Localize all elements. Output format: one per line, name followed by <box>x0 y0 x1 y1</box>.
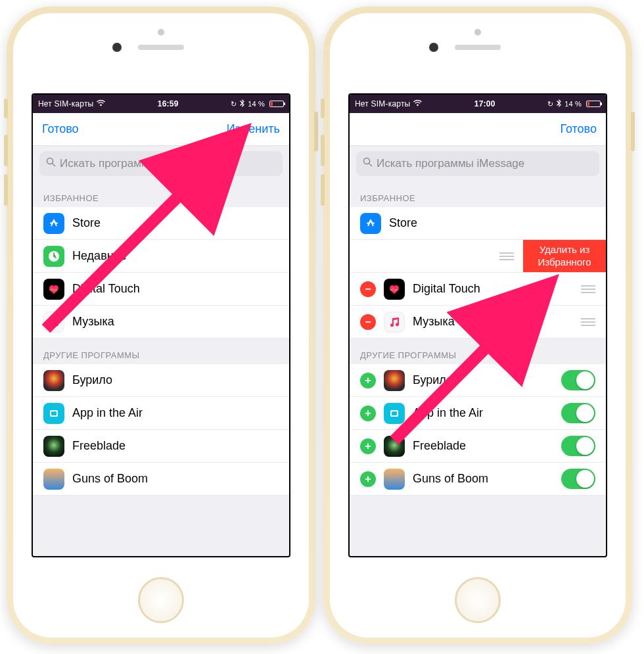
nav-edit-button[interactable]: Изменить <box>227 122 280 136</box>
fav-row-recent[interactable]: Недавние <box>33 240 289 273</box>
heart-icon <box>43 279 64 300</box>
status-bar: Нет SIM-карты 17:00 ↻ 14 % <box>350 95 606 113</box>
row-label: Guns of Boom <box>413 472 553 486</box>
phone-left: Нет SIM-карты 16:59 ↻ 14 % Готово <box>7 7 315 644</box>
svg-line-1 <box>53 164 55 166</box>
search-placeholder: Искать программы iMessage <box>377 157 524 170</box>
status-time: 17:00 <box>422 99 547 108</box>
rotation-lock-icon: ↻ <box>547 100 553 108</box>
search-input[interactable]: Искать программы iMessage <box>356 151 599 176</box>
fav-row-store[interactable]: Store <box>350 207 606 240</box>
row-label: App in the Air <box>413 406 553 420</box>
remove-minus-button[interactable]: − <box>360 281 376 297</box>
drag-handle-icon[interactable] <box>581 285 595 293</box>
row-label: Freeblade <box>72 439 279 453</box>
add-plus-button[interactable]: + <box>360 438 376 454</box>
section-other-header: ДРУГИЕ ПРОГРАММЫ <box>350 339 606 364</box>
bluetooth-icon <box>557 99 561 108</box>
toggle-switch[interactable] <box>561 469 595 489</box>
remove-from-favorites-button[interactable]: Удалить из Избранного <box>523 240 606 272</box>
phone-right: Нет SIM-карты 17:00 ↻ 14 % Готов <box>323 7 632 644</box>
other-row-guns[interactable]: + Guns of Boom <box>350 463 606 496</box>
freeblade-icon <box>43 436 64 457</box>
other-row-freeblade[interactable]: Freeblade <box>33 430 289 463</box>
air-icon <box>43 403 64 424</box>
other-row-guns[interactable]: Guns of Boom <box>33 463 289 496</box>
front-camera <box>429 43 438 52</box>
row-label: Бурило <box>72 373 279 387</box>
music-icon <box>384 312 405 333</box>
toggle-switch[interactable] <box>561 436 595 456</box>
clock-icon <box>43 246 64 267</box>
sim-status: Нет SIM-карты <box>38 99 93 108</box>
status-time: 16:59 <box>105 99 231 108</box>
toggle-switch[interactable] <box>561 403 595 423</box>
fav-row-store[interactable]: Store <box>33 207 289 240</box>
row-label: Недавние <box>72 249 279 263</box>
phone-bezel: Нет SIM-карты 16:59 ↻ 14 % Готово <box>13 13 309 638</box>
svg-rect-8 <box>392 411 397 415</box>
home-button[interactable] <box>138 577 184 623</box>
fav-row-music[interactable]: Музыка <box>33 306 289 339</box>
svg-line-6 <box>369 164 372 166</box>
volume-down <box>321 174 325 206</box>
other-row-air[interactable]: + App in the Air <box>350 397 606 430</box>
remove-minus-button[interactable]: − <box>360 314 376 330</box>
row-label: Digital Touch <box>413 282 573 296</box>
other-row-burilo[interactable]: Бурило <box>33 364 289 397</box>
status-left: Нет SIM-карты <box>355 99 422 108</box>
front-camera <box>112 43 122 52</box>
fav-row-recent-swiped[interactable]: давние Удалить из Избранного <box>350 240 606 273</box>
row-label: Guns of Boom <box>72 472 279 486</box>
drag-handle-icon[interactable] <box>499 252 514 260</box>
fav-row-digital-touch[interactable]: − Digital Touch <box>350 273 606 306</box>
nav-bar: Готово <box>350 113 606 146</box>
row-label: Музыка <box>413 315 573 329</box>
air-icon <box>384 403 405 424</box>
row-label: Store <box>72 216 279 230</box>
battery-icon <box>269 101 284 107</box>
screen-left: Нет SIM-карты 16:59 ↻ 14 % Готово <box>32 93 290 557</box>
status-right: ↻ 14 % <box>547 99 601 108</box>
freeblade-icon <box>384 436 405 457</box>
volume-down <box>4 174 8 206</box>
burilo-icon <box>43 370 64 391</box>
mute-switch <box>4 99 8 118</box>
status-bar: Нет SIM-карты 16:59 ↻ 14 % <box>33 95 289 113</box>
row-label: Музыка <box>72 315 279 329</box>
fav-row-music[interactable]: − Музыка <box>350 306 606 339</box>
row-label: давние <box>348 249 523 263</box>
toggle-switch[interactable] <box>561 370 595 390</box>
nav-bar: Готово Изменить <box>33 113 289 146</box>
store-icon <box>43 213 64 234</box>
sim-status: Нет SIM-карты <box>355 99 410 108</box>
search-placeholder: Искать программы iMessage <box>60 157 208 170</box>
row-label: Digital Touch <box>72 282 279 296</box>
volume-up <box>321 135 325 166</box>
nav-done-button[interactable]: Готово <box>42 122 79 136</box>
search-bar: Искать программы iMessage <box>350 146 606 181</box>
earpiece <box>138 45 184 50</box>
other-row-air[interactable]: App in the Air <box>33 397 289 430</box>
power-button <box>314 112 318 151</box>
burilo-icon <box>384 370 405 391</box>
other-row-freeblade[interactable]: + Freeblade <box>350 430 606 463</box>
search-input[interactable]: Искать программы iMessage <box>39 151 283 176</box>
fav-row-digital-touch[interactable]: Digital Touch <box>33 273 289 306</box>
row-label: Freeblade <box>413 439 553 453</box>
nav-done-button[interactable]: Готово <box>560 122 597 136</box>
status-left: Нет SIM-карты <box>38 99 105 108</box>
guns-icon <box>384 469 405 490</box>
drag-handle-icon[interactable] <box>581 318 595 326</box>
add-plus-button[interactable]: + <box>360 471 376 487</box>
other-row-burilo[interactable]: + Бурило <box>350 364 606 397</box>
row-label: Store <box>389 216 595 230</box>
phone-bezel: Нет SIM-карты 17:00 ↻ 14 % Готов <box>330 13 626 638</box>
earpiece <box>455 45 501 50</box>
battery-icon <box>586 101 601 107</box>
section-other-header: ДРУГИЕ ПРОГРАММЫ <box>33 339 289 364</box>
home-button[interactable] <box>455 577 501 623</box>
add-plus-button[interactable]: + <box>360 406 376 421</box>
add-plus-button[interactable]: + <box>360 373 376 388</box>
row-label: App in the Air <box>72 406 279 420</box>
